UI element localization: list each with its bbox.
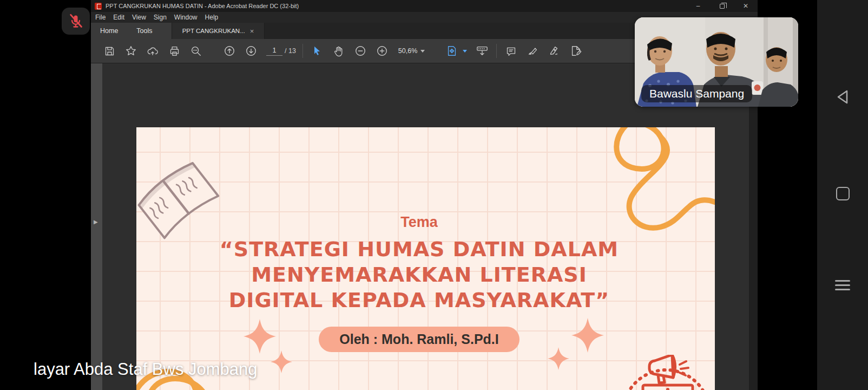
restore-icon [720,4,725,9]
book-doodle-icon [136,150,224,250]
hand-tool-button[interactable] [328,42,350,60]
select-tool-button[interactable] [306,42,328,60]
fill-sign-button[interactable] [565,42,587,60]
nav-back-button[interactable] [817,88,868,106]
recents-square-icon [836,187,850,200]
slide-title-line-2: MENYEMARAKKAN LITERASI [136,262,702,288]
share-file-button[interactable] [142,42,163,60]
menu-view[interactable]: View [132,14,146,21]
nav-menu-button[interactable] [817,277,868,293]
comment-bubble-icon [505,46,517,57]
zoom-in-button[interactable] [371,42,393,60]
monitor-gear-icon [643,385,693,390]
nav-recents-button[interactable] [817,187,868,200]
window-title: PPT CANGKRUKAN HUMAS DATIN - Adobe Acrob… [106,3,299,9]
document-area: ▶ [91,63,758,390]
save-button[interactable] [98,42,120,60]
minimize-button[interactable]: – [686,0,710,12]
tab-tools[interactable]: Tools [127,27,161,35]
phone-screen: PPT CANGKRUKAN HUMAS DATIN - Adobe Acrob… [0,0,868,390]
fit-page-button[interactable] [441,42,463,60]
title-bar: PPT CANGKRUKAN HUMAS DATIN - Adobe Acrob… [91,0,758,12]
menu-file[interactable]: File [95,14,106,21]
hand-icon [333,46,344,57]
zoom-dropdown-caret-icon[interactable] [420,50,425,53]
zoom-out-button[interactable] [350,42,371,60]
arrow-up-circle-icon [223,45,235,57]
document-pencil-icon [570,45,582,57]
print-button[interactable] [163,42,185,60]
navigation-pane-strip: ▶ [91,63,102,390]
slide-tema-label: Tema [136,214,702,231]
digital-marketing-icons: Ad [610,355,715,390]
acrobat-pdf-icon [95,3,102,10]
close-button[interactable]: ✕ [734,0,758,12]
android-nav-bar [817,0,868,390]
participant-video-thumbnail[interactable]: Bawaslu Sampang [635,17,798,107]
restore-button[interactable] [710,0,734,12]
expand-pane-arrow-icon[interactable]: ▶ [94,219,98,225]
star-button[interactable] [120,42,142,60]
screen-share-label: layar Abda Staf Bws Jombang [34,360,258,379]
zoom-level-value[interactable]: 50,6% [398,47,417,55]
participant-name-badge: Bawaslu Sampang [641,85,752,102]
fountain-pen-icon [548,45,560,57]
hamburger-icon [835,277,850,293]
tab-document[interactable]: PPT CANGKRUKAN... × [172,23,265,39]
fit-page-caret-icon[interactable] [463,50,467,53]
menu-edit[interactable]: Edit [113,14,124,21]
cursor-icon [312,46,323,56]
cloud-upload-icon [147,45,159,57]
menu-help[interactable]: Help [205,14,219,21]
search-icon [190,45,202,57]
pdf-page: Tema “STRATEGI HUMAS DATIN DALAM MENYEMA… [136,127,715,390]
sign-button[interactable] [543,42,565,60]
back-triangle-icon [833,88,852,106]
plus-circle-icon [376,45,388,57]
previous-page-button[interactable] [219,42,240,60]
fit-page-icon [446,45,458,57]
highlight-button[interactable] [522,42,543,60]
menu-window[interactable]: Window [174,14,198,21]
slide-title-line-1: “STRATEGI HUMAS DATIN DALAM [136,237,702,262]
vertical-scrollbar[interactable] [749,63,758,390]
save-icon [104,46,115,57]
slide-title-line-3: DIGITAL KEPADA MASYARAKAT” [136,288,702,313]
slide-title: “STRATEGI HUMAS DATIN DALAM MENYEMARAKKA… [136,237,702,313]
menu-sign[interactable]: Sign [154,14,167,21]
scrolling-pages-icon [476,45,489,57]
page-count: / 13 [285,47,296,55]
megaphone-icon [649,355,688,383]
tab-home[interactable]: Home [91,27,127,35]
sparkle-right-icon [543,316,608,381]
star-icon [125,45,137,57]
slide-author-pill: Oleh : Moh. Ramli, S.Pd.I [319,327,519,352]
page-display-button[interactable] [471,42,493,60]
next-page-button[interactable] [240,42,262,60]
minus-circle-icon [354,45,366,57]
mic-muted-icon [68,14,83,29]
page-number-input[interactable]: 1 [266,47,282,56]
comment-button[interactable] [500,42,522,60]
printer-icon [169,46,180,57]
arrow-down-circle-icon [245,45,257,57]
search-button[interactable] [185,42,207,60]
tab-close-icon[interactable]: × [250,27,254,35]
mic-muted-button[interactable] [62,8,90,35]
highlighter-icon [527,46,538,57]
